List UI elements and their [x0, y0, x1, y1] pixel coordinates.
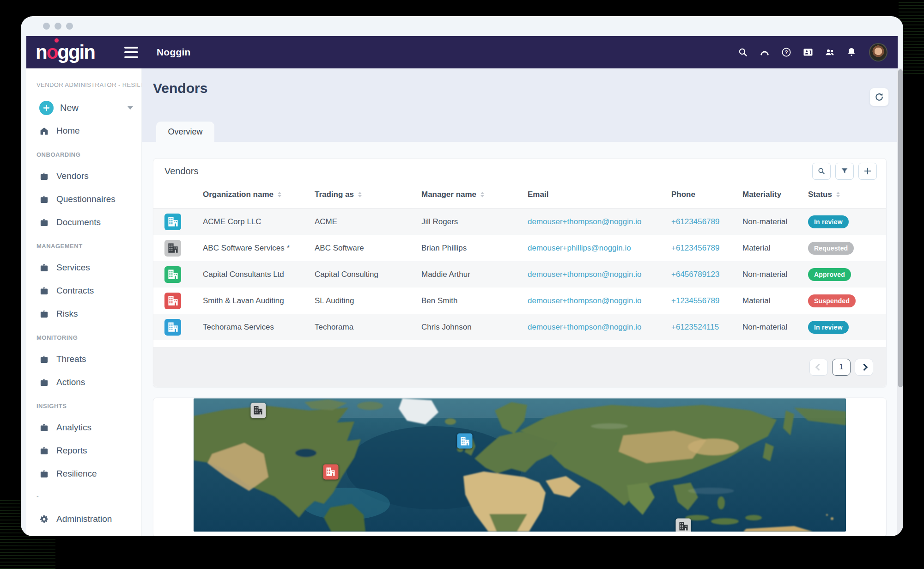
phone-link[interactable]: +1234556789 — [671, 296, 719, 305]
email-link[interactable]: demouser+thompson@noggin.io — [528, 217, 641, 226]
filter-icon — [840, 166, 849, 176]
status-badge: Requested — [808, 242, 854, 255]
building-icon — [678, 520, 689, 532]
phone-link[interactable]: +6123456789 — [671, 244, 719, 252]
contact-card-icon[interactable] — [802, 46, 814, 58]
sidebar-item-services[interactable]: Services — [26, 256, 141, 279]
new-button[interactable]: New — [26, 96, 141, 119]
column-header-manager-name[interactable]: Manager name — [421, 190, 528, 199]
world-map-image — [194, 398, 846, 532]
users-icon[interactable] — [824, 46, 836, 58]
email-link[interactable]: demouser+thompson@noggin.io — [528, 296, 641, 305]
status-badge: Approved — [808, 268, 851, 281]
sidebar-item-analytics[interactable]: Analytics — [26, 416, 141, 439]
building-icon — [253, 405, 264, 416]
status-badge: In review — [808, 215, 849, 228]
email-link[interactable]: demouser+thompson@noggin.io — [528, 323, 641, 331]
sort-icon[interactable] — [480, 192, 484, 198]
phone-link[interactable]: +6123524115 — [671, 323, 719, 331]
window-control-dot[interactable] — [66, 23, 73, 30]
help-icon[interactable]: ? — [780, 46, 792, 58]
vendor-building-icon — [164, 293, 181, 309]
sidebar-item-documents[interactable]: Documents — [26, 211, 141, 234]
map-marker[interactable] — [250, 403, 266, 418]
sidebar-item-contracts[interactable]: Contracts — [26, 279, 141, 302]
email-link[interactable]: demouser+phillips@noggin.io — [528, 244, 631, 252]
email-link[interactable]: demouser+thompson@noggin.io — [528, 270, 641, 279]
status-badge: In review — [808, 321, 849, 334]
app-window: noggin Noggin ? — [21, 16, 903, 536]
app-bar: noggin Noggin ? — [26, 36, 898, 68]
sidebar-item-vendors[interactable]: Vendors — [26, 165, 141, 188]
phone-link[interactable]: +6123456789 — [671, 217, 719, 226]
noggin-logo[interactable]: noggin — [26, 43, 117, 62]
window-control-dot[interactable] — [43, 23, 50, 30]
building-icon — [459, 435, 470, 447]
sidebar-item-administration[interactable]: Administration — [26, 508, 141, 531]
scrollbar[interactable] — [897, 68, 903, 536]
column-header-organization-name[interactable]: Organization name — [203, 190, 315, 199]
sidebar-item-reports[interactable]: Reports — [26, 439, 141, 462]
cell-organization-name: ABC Software Services * — [203, 244, 315, 253]
notifications-icon[interactable] — [845, 46, 857, 58]
table-add-button[interactable] — [858, 163, 877, 180]
map-marker[interactable] — [323, 464, 338, 479]
table-filter-button[interactable] — [835, 163, 854, 180]
cell-trading-as: Techorama — [315, 323, 421, 332]
sidebar-item-resilience[interactable]: Resilience — [26, 462, 141, 485]
refresh-button[interactable] — [869, 88, 889, 106]
sidebar: VENDOR ADMINISTRATOR - RESILI... New Hom… — [26, 68, 142, 536]
sidebar-item-threats[interactable]: Threats — [26, 348, 141, 371]
sidebar-section-onboarding: ONBOARDING — [26, 142, 141, 165]
scrollbar-thumb[interactable] — [898, 69, 903, 387]
sort-icon[interactable] — [358, 192, 362, 198]
cell-trading-as: ABC Software — [315, 244, 421, 253]
cell-manager-name: Ben Smith — [421, 296, 528, 306]
chevron-left-icon — [815, 363, 822, 371]
vendor-map[interactable] — [194, 398, 846, 532]
table-search-button[interactable] — [812, 163, 831, 180]
plus-icon — [863, 166, 872, 176]
sidebar-item-home[interactable]: Home — [26, 119, 141, 142]
sort-icon[interactable] — [836, 192, 840, 198]
phone-link[interactable]: +6456789123 — [671, 270, 719, 279]
pagination-prev-button[interactable] — [809, 359, 828, 376]
sidebar-item-risks[interactable]: Risks — [26, 302, 141, 325]
user-avatar[interactable] — [869, 43, 888, 61]
cell-materiality: Material — [742, 296, 808, 306]
pagination-next-button[interactable] — [855, 359, 873, 376]
map-marker[interactable] — [457, 434, 473, 449]
table-row[interactable]: Smith & Lavan Auditing SL Auditing Ben S… — [153, 288, 886, 314]
cell-materiality: Material — [742, 244, 808, 253]
window-control-dot[interactable] — [55, 23, 61, 30]
menu-icon[interactable] — [124, 47, 138, 58]
sort-icon[interactable] — [278, 192, 281, 198]
table-row[interactable]: ABC Software Services * ABC Software Bri… — [153, 235, 886, 261]
building-icon — [325, 466, 336, 477]
vendors-panel: Vendors — [153, 158, 887, 387]
headset-icon[interactable] — [759, 46, 771, 58]
sidebar-item-questionnaires[interactable]: Questionnaires — [26, 188, 141, 211]
briefcase-icon — [39, 218, 49, 227]
table-row[interactable]: ACME Corp LLC ACME Jill Rogers demouser+… — [153, 208, 886, 235]
new-button-label: New — [60, 103, 79, 113]
column-header-status[interactable]: Status — [808, 190, 886, 199]
sidebar-item-actions[interactable]: Actions — [26, 371, 141, 394]
cell-manager-name: Chris Johnson — [421, 323, 528, 332]
panel-title: Vendors — [164, 166, 198, 177]
briefcase-icon — [39, 378, 49, 387]
briefcase-icon — [39, 355, 49, 364]
status-badge: Suspended — [808, 294, 856, 307]
app-title: Noggin — [157, 47, 191, 58]
table-row[interactable]: Techorama Services Techorama Chris Johns… — [153, 314, 886, 340]
map-marker[interactable] — [676, 519, 691, 532]
cell-materiality: Non-material — [742, 270, 808, 279]
gear-icon — [39, 514, 49, 524]
table-row[interactable]: Capital Consultants Ltd Capital Consulti… — [153, 261, 886, 288]
chevron-down-icon[interactable] — [128, 106, 133, 110]
column-header-trading-as[interactable]: Trading as — [315, 190, 421, 199]
briefcase-icon — [39, 171, 49, 181]
search-icon[interactable] — [737, 46, 749, 58]
pagination-page-button[interactable]: 1 — [832, 359, 851, 376]
tab-overview[interactable]: Overview — [156, 122, 214, 142]
